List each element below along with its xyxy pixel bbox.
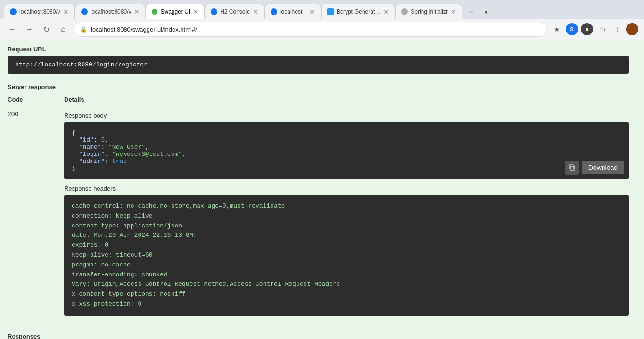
server-response-label: Server response — [8, 78, 629, 93]
content-area: Request URL http://localhost:8080/login/… — [0, 40, 636, 339]
browser-chrome: localhost:8080/v ✕ localhost:8080/v ✕ Sw… — [0, 0, 644, 40]
tab-2-favicon — [81, 8, 88, 15]
tab-1-favicon — [10, 8, 17, 15]
tab-h2-console[interactable]: H2 Console ✕ — [205, 4, 264, 19]
header-connection: connection: keep-alive — [72, 211, 621, 221]
tab-bar: localhost:8080/v ✕ localhost:8080/v ✕ Sw… — [0, 0, 644, 19]
server-response-header: Code Details — [8, 93, 629, 106]
tab-2[interactable]: localhost:8080/v ✕ — [75, 4, 146, 19]
tab-2-label: localhost:8080/v — [91, 8, 132, 15]
responses-section: Responses Code Description Links 200 OK … — [8, 327, 629, 339]
header-expires: expires: 0 — [72, 241, 621, 250]
response-details: Response body { "id": 5, "name": "New Us… — [64, 112, 629, 316]
back-button[interactable]: ← — [6, 23, 19, 36]
request-url-box: http://localhost:8080/login/register — [8, 56, 629, 74]
request-url-section: Request URL http://localhost:8080/login/… — [8, 40, 629, 74]
tab-7-favicon — [401, 8, 408, 15]
address-bar[interactable]: 🔒 localhost:8080/swagger-ui/index.html#/ — [74, 22, 547, 37]
tab-5-label: localhost — [280, 8, 306, 15]
json-close-brace: } — [72, 165, 621, 172]
tab-6-label: Bcrypt-Generat… — [337, 8, 380, 15]
download-area: Download — [565, 161, 624, 175]
tab-swagger-ui[interactable]: Swagger UI ✕ — [146, 4, 205, 19]
responses-label: Responses — [8, 327, 629, 339]
header-x-content-type-options: x-content-type-options: nosniff — [72, 290, 621, 299]
response-headers-box: cache-control: no-cache,no-store,max-age… — [64, 195, 629, 316]
lock-icon: 🔒 — [80, 26, 87, 33]
tab-3-favicon — [152, 9, 157, 15]
settings-icon[interactable]: ⋮ — [611, 23, 623, 35]
new-tab-button[interactable]: + — [464, 6, 478, 19]
header-keep-alive: keep-alive: timeout=60 — [72, 250, 621, 260]
copy-button[interactable] — [565, 161, 579, 175]
forward-button[interactable]: → — [23, 23, 36, 36]
tab-4-close[interactable]: ✕ — [253, 8, 258, 16]
tab-6-close[interactable]: ✕ — [383, 8, 389, 16]
extension-icon[interactable]: ■ — [581, 23, 593, 35]
tab-bcrypt[interactable]: Bcrypt-Generat… ✕ — [321, 4, 395, 19]
profile-sync-icon[interactable]: S — [566, 23, 578, 35]
response-body-box: { "id": 5, "name": "New User", "login": … — [64, 122, 629, 179]
tab-list-button[interactable]: ▾ — [479, 6, 493, 19]
tab-3-close[interactable]: ✕ — [193, 8, 198, 16]
tab-5-close[interactable]: ✕ — [309, 8, 315, 16]
tab-4-label: H2 Console — [220, 8, 250, 15]
puzzle-icon[interactable]: ▭ — [596, 23, 608, 35]
avatar[interactable] — [626, 23, 638, 35]
browser-icons: ★ S ■ ▭ ⋮ — [551, 23, 638, 35]
header-pragma: pragma: no-cache — [72, 260, 621, 270]
copy-icon — [568, 164, 576, 171]
tab-3-label: Swagger UI — [160, 8, 190, 15]
json-line-admin: "admin": true — [72, 158, 621, 165]
home-button[interactable]: ⌂ — [57, 23, 70, 36]
download-button[interactable]: Download — [582, 161, 624, 174]
tab-localhost[interactable]: localhost ✕ — [264, 4, 321, 19]
header-content-type: content-type: application/json — [72, 221, 621, 231]
response-headers-label: Response headers — [64, 185, 629, 192]
request-url-value: http://localhost:8080/login/register — [15, 61, 148, 68]
tab-7-label: Spring Initializr — [411, 8, 448, 15]
request-url-label: Request URL — [8, 40, 629, 56]
json-line-login: "login": "newuser3@test.com", — [72, 151, 621, 158]
tab-1[interactable]: localhost:8080/v ✕ — [4, 4, 75, 19]
header-cache-control: cache-control: no-cache,no-store,max-age… — [72, 202, 621, 211]
tab-2-close[interactable]: ✕ — [134, 8, 140, 16]
response-code: 200 — [8, 110, 64, 316]
code-column-header: Code — [8, 96, 64, 103]
header-x-xss-protection: x-xss-protection: 0 — [72, 299, 621, 309]
tab-1-label: localhost:8080/v — [19, 8, 60, 15]
reload-button[interactable]: ↻ — [40, 23, 53, 36]
tab-6-favicon — [327, 8, 334, 15]
header-vary: vary: Origin,Access-Control-Request-Meth… — [72, 280, 621, 290]
json-line-id: "id": 5, — [72, 137, 621, 144]
header-date: date: Mon,29 Apr 2024 22:26:13 GMT — [72, 231, 621, 241]
header-transfer-encoding: transfer-encoding: chunked — [72, 270, 621, 280]
server-response-row: 200 Response body { "id": 5, "name": "Ne… — [8, 106, 629, 320]
json-line-name: "name": "New User", — [72, 144, 621, 151]
details-column-header: Details — [64, 96, 629, 103]
svg-rect-1 — [569, 165, 573, 169]
tab-5-favicon — [271, 8, 277, 15]
tab-1-close[interactable]: ✕ — [63, 8, 69, 16]
json-open-brace: { — [72, 129, 621, 137]
tab-spring[interactable]: Spring Initializr ✕ — [395, 4, 462, 19]
tab-7-close[interactable]: ✕ — [451, 8, 456, 16]
server-response-section: Server response Code Details 200 Respons… — [8, 78, 629, 320]
bookmark-icon[interactable]: ★ — [551, 23, 563, 35]
response-body-label: Response body — [64, 112, 629, 119]
main-content: Request URL http://localhost:8080/login/… — [0, 40, 644, 339]
address-bar-row: ← → ↻ ⌂ 🔒 localhost:8080/swagger-ui/inde… — [0, 19, 644, 40]
svg-rect-0 — [570, 166, 575, 170]
address-text: localhost:8080/swagger-ui/index.html#/ — [91, 26, 541, 33]
tab-4-favicon — [211, 8, 217, 15]
